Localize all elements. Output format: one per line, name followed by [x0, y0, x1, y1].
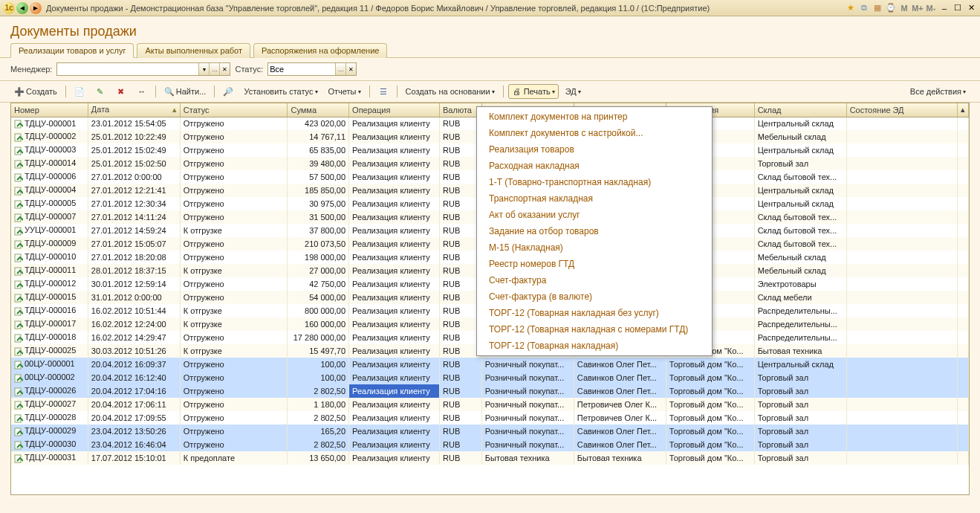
- doc-icon: [14, 146, 23, 155]
- print-menu-item[interactable]: Комплект документов на принтер: [477, 109, 712, 125]
- clear-icon[interactable]: ✕: [219, 63, 230, 75]
- print-menu-item[interactable]: ТОРГ-12 (Товарная накладная с номерами Г…: [477, 321, 712, 338]
- doc-icon: [14, 200, 23, 209]
- chevron-down-icon[interactable]: ▾: [198, 63, 209, 75]
- doc-icon: [14, 307, 23, 316]
- delete-button[interactable]: ✖: [112, 84, 130, 99]
- calc-icon[interactable]: ▦: [872, 2, 883, 14]
- col-number[interactable]: Номер: [11, 103, 88, 117]
- reports-button[interactable]: Отчеты▾: [325, 84, 365, 99]
- pencil-icon: ✎: [95, 86, 106, 97]
- doc-icon: [14, 361, 23, 370]
- tab-realizations[interactable]: Реализации товаров и услуг: [10, 43, 134, 58]
- create-based-button[interactable]: Создать на основании▾: [402, 84, 499, 99]
- copy-icon: 📄: [74, 86, 85, 97]
- maximize-icon[interactable]: ☐: [952, 2, 964, 14]
- calendar-icon[interactable]: ⌚: [885, 2, 897, 14]
- sort-asc-icon: ▴: [172, 105, 177, 114]
- table-row[interactable]: ТДЦУ-00002923.04.2012 13:50:26Отгружено1…: [11, 425, 969, 438]
- doc-icon: [14, 454, 23, 463]
- edit-button[interactable]: ✎: [91, 84, 109, 99]
- print-menu-item[interactable]: Задание на отбор товаров: [477, 223, 712, 239]
- status-input[interactable]: [268, 63, 335, 75]
- copy-button[interactable]: 📄: [71, 84, 88, 99]
- status-combo[interactable]: … ✕: [267, 62, 357, 76]
- list-settings-button[interactable]: ☰: [374, 84, 392, 99]
- doc-icon: [14, 187, 23, 196]
- toolbar: ➕Создать 📄 ✎ ✖ ↔ 🔍Найти... 🔎 Установить …: [0, 81, 980, 103]
- col-warehouse[interactable]: Склад: [754, 103, 846, 117]
- ed-button[interactable]: ЭД▾: [562, 84, 585, 99]
- nav-fwd-icon[interactable]: ►: [30, 2, 42, 14]
- all-actions-button[interactable]: Все действия▾: [906, 84, 970, 99]
- print-menu-item[interactable]: Расходная накладная: [477, 158, 712, 174]
- table-row[interactable]: ТДЦУ-00003023.04.2012 16:46:04Отгружено2…: [11, 438, 969, 451]
- delete-icon: ✖: [116, 86, 126, 97]
- doc-icon: [14, 374, 23, 383]
- m-icon[interactable]: M: [898, 2, 910, 14]
- col-date[interactable]: Дата ▴: [88, 103, 180, 117]
- cancel-search-button[interactable]: 🔎: [219, 84, 237, 99]
- m-plus-icon[interactable]: M+: [912, 2, 924, 14]
- refresh-button[interactable]: ↔: [133, 84, 151, 99]
- print-menu-item[interactable]: М-15 (Накладная): [477, 239, 712, 256]
- table-row[interactable]: ТДЦУ-00002820.04.2012 17:09:55Отгружено2…: [11, 411, 969, 425]
- tabs-bar: Реализации товаров и услуг Акты выполнен…: [0, 42, 980, 58]
- refresh-icon: ↔: [137, 86, 147, 97]
- fav-icon[interactable]: ★: [845, 2, 857, 14]
- print-menu-item[interactable]: Акт об оказании услуг: [477, 207, 712, 223]
- print-menu-item[interactable]: Счет-фактура (в валюте): [477, 288, 712, 305]
- table-row[interactable]: ТДЦУ-00002620.04.2012 17:04:16Отгружено2…: [11, 384, 969, 398]
- doc-icon: [14, 160, 23, 169]
- minimize-icon[interactable]: –: [938, 2, 950, 14]
- table-row[interactable]: ТДЦУ-00003117.07.2012 15:10:01К предопла…: [11, 451, 969, 465]
- doc-icon: [14, 173, 23, 182]
- doc-icon: [14, 120, 23, 129]
- create-button[interactable]: ➕Создать: [10, 84, 61, 99]
- link-icon[interactable]: ⧉: [858, 2, 870, 14]
- doc-icon: [14, 294, 23, 303]
- doc-icon: [14, 320, 23, 329]
- print-menu-item[interactable]: ТОРГ-12 (Товарная накладная): [477, 338, 712, 354]
- doc-icon: [14, 414, 23, 423]
- tab-orders[interactable]: Распоряжения на оформление: [253, 43, 387, 58]
- col-status[interactable]: Статус: [180, 103, 288, 117]
- doc-icon: [14, 133, 23, 142]
- plus-icon: ➕: [14, 86, 25, 97]
- doc-icon: [14, 387, 23, 396]
- print-menu-item[interactable]: Комплект документов с настройкой...: [477, 125, 712, 141]
- print-menu-item[interactable]: Транспортная накладная: [477, 190, 712, 207]
- print-menu-item[interactable]: 1-Т (Товарно-транспортная накладная): [477, 174, 712, 190]
- print-button[interactable]: 🖨Печать▾: [508, 84, 559, 99]
- tab-acts[interactable]: Акты выполненных работ: [137, 43, 250, 58]
- doc-icon: [14, 280, 23, 289]
- doc-icon: [14, 267, 23, 276]
- nav-back-icon[interactable]: ◄: [16, 2, 28, 14]
- app-icon: 1c: [3, 2, 15, 14]
- table-row[interactable]: 00ЦУ-00000220.04.2012 16:12:40Отгружено1…: [11, 371, 969, 384]
- filter-row: Менеджер: ▾ … ✕ Статус: … ✕: [0, 58, 980, 81]
- print-menu-item[interactable]: Счет-фактура: [477, 272, 712, 288]
- print-menu-item[interactable]: Реализация товаров: [477, 141, 712, 158]
- print-menu-item[interactable]: Реестр номеров ГТД: [477, 256, 712, 272]
- find-button[interactable]: 🔍Найти...: [160, 84, 210, 99]
- doc-icon: [14, 334, 23, 343]
- col-operation[interactable]: Операция: [349, 103, 440, 117]
- ellipsis-icon[interactable]: …: [209, 63, 219, 75]
- manager-combo[interactable]: ▾ … ✕: [56, 62, 230, 76]
- table-row[interactable]: ТДЦУ-00002720.04.2012 17:06:11Отгружено1…: [11, 398, 969, 411]
- close-icon[interactable]: ✕: [965, 2, 977, 14]
- set-status-button[interactable]: Установить статус▾: [240, 84, 321, 99]
- col-currency[interactable]: Валюта: [440, 103, 482, 117]
- print-menu-item[interactable]: ТОРГ-12 (Товарная накладная без услуг): [477, 305, 712, 321]
- manager-input[interactable]: [57, 63, 198, 75]
- m-minus-icon[interactable]: M-: [925, 2, 937, 14]
- print-dropdown: Комплект документов на принтерКомплект д…: [476, 106, 713, 356]
- ellipsis-icon[interactable]: …: [335, 63, 345, 75]
- window-titlebar: 1c ◄ ► Документы продажи - Демонстрацион…: [0, 0, 980, 16]
- table-row[interactable]: 00ЦУ-00000120.04.2012 16:09:37Отгружено1…: [11, 358, 969, 371]
- col-ed-state[interactable]: Состояние ЭД: [846, 103, 958, 117]
- col-sum[interactable]: Сумма: [288, 103, 349, 117]
- clear-icon[interactable]: ✕: [345, 63, 356, 75]
- doc-icon: [14, 227, 23, 236]
